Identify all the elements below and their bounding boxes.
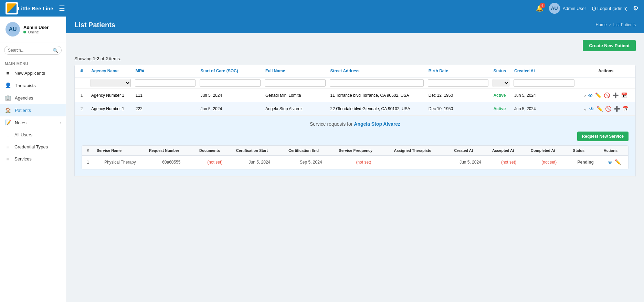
services-icon: ≡ xyxy=(5,156,11,162)
scell-cert-end: Sep 5, 2024 xyxy=(286,156,336,169)
scol-completed: Completed At xyxy=(528,146,570,156)
filter-birthdate[interactable] xyxy=(428,79,489,87)
sidebar-avatar: AU xyxy=(6,22,20,37)
cell-num: 2 xyxy=(75,102,88,116)
avatar: AU xyxy=(549,3,560,14)
cell-agency: Agency Number 1 xyxy=(88,102,133,116)
notification-bell[interactable]: 🔔 9 xyxy=(536,4,543,12)
cell-created: Jun 5, 2024 xyxy=(511,89,577,102)
home-icon: 🏠 xyxy=(5,107,11,113)
navbar-brand: Little Bee Line xyxy=(18,6,53,11)
notes-icon: 📝 xyxy=(5,119,11,126)
scol-cert-start: Certification Start xyxy=(233,146,286,156)
service-section: Service requests for Angela Stop Alvarez… xyxy=(75,116,635,176)
filter-fullname[interactable] xyxy=(265,79,326,87)
col-soc[interactable]: Start of Care (SOC) xyxy=(198,65,263,77)
service-patient-name: Angela Stop Alvarez xyxy=(354,121,400,127)
logout-icon: ⏻ xyxy=(592,6,596,11)
scol-cert-end: Certification End xyxy=(286,146,336,156)
filter-status[interactable] xyxy=(493,79,509,87)
sidebar-item-therapists[interactable]: 👤 Therapists xyxy=(0,79,66,92)
sidebar-item-label: Therapists xyxy=(15,83,36,88)
sidebar-item-label: Agencies xyxy=(15,95,33,101)
cell-status: Active xyxy=(490,102,511,116)
cell-birthdate: Dec 12, 1950 xyxy=(426,89,491,102)
credential-icon: ≡ xyxy=(5,144,11,150)
edit-icon[interactable]: ✏️ xyxy=(595,92,602,98)
scol-actions: Actions xyxy=(601,146,628,156)
col-status[interactable]: Status xyxy=(490,65,511,77)
logout-button[interactable]: ⏻ Logout (admin) xyxy=(592,6,627,11)
showing-text: Showing 1-2 of 2 items. xyxy=(74,56,636,61)
col-fullname[interactable]: Full Name xyxy=(263,65,328,77)
filter-street[interactable] xyxy=(330,79,424,87)
sidebar-username: Admin User xyxy=(23,25,49,30)
person-icon: 👤 xyxy=(5,82,11,88)
table-header-row: # Agency Name MR# Start of Care (SOC) Fu… xyxy=(75,65,635,77)
sidebar-item-patients[interactable]: 🏠 Patients xyxy=(0,104,66,116)
scell-created: Jun 5, 2024 xyxy=(451,156,489,169)
breadcrumb-home[interactable]: Home xyxy=(596,22,607,27)
cell-mr: 222 xyxy=(133,102,198,116)
scell-completed: (not set) xyxy=(528,156,570,169)
sidebar-item-notes[interactable]: 📝 Notes › xyxy=(0,116,66,129)
cell-soc: Jun 5, 2024 xyxy=(198,102,263,116)
view-icon[interactable]: 👁 xyxy=(588,93,593,98)
calendar-icon[interactable]: 📅 xyxy=(622,106,629,112)
navbar-user[interactable]: AU Admin User xyxy=(549,3,586,14)
filter-agency[interactable] xyxy=(91,79,131,87)
search-icon: 🔍 xyxy=(53,48,58,53)
sidebar-item-credential-types[interactable]: ≡ Credential Types xyxy=(0,141,66,153)
sidebar-item-new-applicants[interactable]: ≡ New Applicants xyxy=(0,67,66,79)
filter-row xyxy=(75,77,635,89)
sidebar-search: 🔍 xyxy=(0,42,66,58)
request-new-service-button[interactable]: Request New Service xyxy=(577,132,629,141)
cell-street: 11 Torrance blvd Torrance, CA 90502, USA xyxy=(328,89,426,102)
service-header: Service requests for Angela Stop Alvarez xyxy=(82,121,629,127)
hamburger-icon[interactable]: ☰ xyxy=(59,4,65,12)
service-header-row: # Service Name Request Number Documents … xyxy=(82,146,628,156)
gear-icon[interactable]: ⚙ xyxy=(633,4,638,12)
cell-actions: ⌄ 👁 ✏️ 🚫 ➕ 📅 xyxy=(577,102,635,116)
filter-created[interactable] xyxy=(514,79,574,87)
service-toolbar: Request New Service xyxy=(82,132,629,141)
sidebar-user: AU Admin User Online xyxy=(0,17,66,42)
view-icon[interactable]: 👁 xyxy=(589,106,594,112)
sidebar-item-label: Credential Types xyxy=(14,144,48,149)
sidebar-item-services[interactable]: ≡ Services xyxy=(0,153,66,165)
ban-icon[interactable]: 🚫 xyxy=(605,106,612,112)
sidebar-item-agencies[interactable]: 🏢 Agencies xyxy=(0,92,66,104)
collapse-row-icon[interactable]: ⌄ xyxy=(583,106,587,112)
sidebar-item-label: All Users xyxy=(14,132,32,137)
edit-icon[interactable]: ✏️ xyxy=(597,106,603,112)
ban-icon[interactable]: 🚫 xyxy=(604,92,610,98)
col-street[interactable]: Street Address xyxy=(328,65,426,77)
filter-mr[interactable] xyxy=(135,79,196,87)
scol-status: Status xyxy=(570,146,601,156)
cell-fullname: Angela Stop Alvarez xyxy=(263,102,328,116)
navbar: Little Bee Line ☰ 🔔 9 AU Admin User ⏻ Lo… xyxy=(0,0,644,17)
col-actions: Actions xyxy=(577,65,635,77)
col-mr[interactable]: MR# xyxy=(133,65,198,77)
filter-soc[interactable] xyxy=(200,79,261,87)
add-icon[interactable]: ➕ xyxy=(612,92,619,98)
create-patient-button[interactable]: Create New Patient xyxy=(583,40,636,51)
scol-documents: Documents xyxy=(197,146,233,156)
service-table-row: 1 Physical Therapy 60a60555 (not set) Ju… xyxy=(82,156,628,169)
breadcrumb-current: List Patients xyxy=(613,22,636,27)
expand-row-icon[interactable]: › xyxy=(584,93,586,98)
navbar-logo xyxy=(6,2,18,14)
calendar-icon[interactable]: 📅 xyxy=(621,92,627,98)
sidebar-item-all-users[interactable]: ≡ All Users xyxy=(0,129,66,141)
scell-status: Pending xyxy=(570,156,601,169)
toolbar: Create New Patient xyxy=(74,40,636,51)
col-birthdate[interactable]: Birth Date xyxy=(426,65,491,77)
col-created[interactable]: Created At xyxy=(511,65,577,77)
cell-soc: Jun 5, 2024 xyxy=(198,89,263,102)
add-icon[interactable]: ➕ xyxy=(614,106,620,112)
col-agency[interactable]: Agency Name xyxy=(88,65,133,77)
scell-accepted: (not set) xyxy=(489,156,528,169)
scol-service-name: Service Name xyxy=(94,146,146,156)
service-edit-icon[interactable]: ✏️ xyxy=(615,159,621,165)
service-view-icon[interactable]: 👁 xyxy=(608,159,613,165)
